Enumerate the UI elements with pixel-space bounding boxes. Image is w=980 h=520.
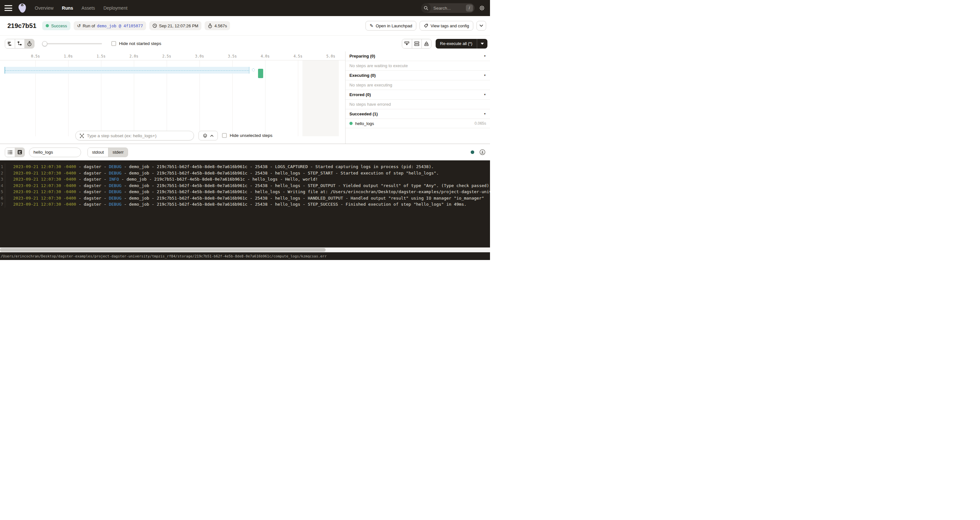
gantt-zoom-slider[interactable] [42, 41, 102, 46]
axis-tick-label: 4.0s [261, 54, 270, 59]
log-pane: hello_logs stdout stderr 12023-09-21 12:… [0, 144, 490, 260]
section-succeeded-header[interactable]: Succeeded (1)▼ [345, 109, 490, 119]
search-placeholder: Search... [433, 6, 466, 11]
expand-panel-up-button[interactable] [422, 39, 431, 48]
status-badge: Success [42, 21, 70, 30]
scrollbar-thumb[interactable] [0, 248, 326, 252]
view-waterfall-button[interactable] [15, 39, 24, 48]
download-logs-button[interactable] [479, 149, 485, 155]
timestamp-pill: Sep 21, 12:07:26 PM [149, 21, 201, 30]
top-nav: Overview Runs Assets Deployment Search..… [0, 0, 490, 16]
hide-unselected-checkbox[interactable] [222, 133, 227, 138]
axis-tick-label: 0.5s [31, 54, 40, 59]
slider-handle[interactable] [42, 41, 47, 46]
dagster-app: Overview Runs Assets Deployment Search..… [0, 0, 490, 260]
clock-icon [153, 24, 157, 28]
run-actions-chevron-button[interactable] [476, 21, 486, 30]
step-status-panel: Preparing (0)▼ No steps are waiting to e… [345, 51, 490, 144]
gantt-pane: Hide not started steps Re-execute all (*… [0, 36, 490, 144]
dagster-logo-icon[interactable] [17, 3, 28, 14]
nav-item-runs[interactable]: Runs [62, 5, 73, 11]
nav-item-overview[interactable]: Overview [35, 5, 53, 11]
stream-tabs: stdout stderr [88, 147, 128, 157]
run-duration-band [5, 67, 249, 74]
after-run-region [302, 60, 339, 136]
run-of-prefix: Run of [83, 24, 95, 28]
axis-tick-label: 3.5s [228, 54, 237, 59]
axis-tick-label: 1.0s [64, 54, 73, 59]
axis-tick-label: 2.5s [162, 54, 171, 59]
log-view-mode-group [5, 147, 25, 157]
hamburger-menu-icon[interactable] [5, 5, 12, 11]
layers-icon [203, 133, 207, 138]
gantt-body [0, 60, 345, 136]
view-timed-button[interactable] [24, 39, 34, 48]
graph-query-toggle-button[interactable] [199, 131, 218, 140]
view-tags-config-button[interactable]: View tags and config [420, 21, 473, 30]
raw-logs-button[interactable] [15, 148, 24, 157]
gridline [298, 60, 298, 136]
live-indicator-dot [471, 151, 474, 154]
step-subset-placeholder: Type a step subset (ex: hello_logs+) [87, 133, 157, 138]
gridline [265, 60, 266, 136]
search-shortcut-badge: / [466, 5, 473, 11]
log-step-filter-input[interactable]: hello_logs [29, 147, 81, 157]
tab-stderr[interactable]: stderr [108, 148, 128, 157]
search-input[interactable]: Search... / [421, 3, 474, 13]
search-icon [421, 3, 431, 13]
log-view: 12023-09-21 12:07:30 -0400 - dagster - D… [0, 160, 490, 247]
caret-down-icon: ▼ [484, 74, 486, 77]
status-label: Success [51, 24, 67, 28]
axis-tick-label: 2.0s [129, 54, 138, 59]
step-marker-circle [252, 68, 255, 71]
horizontal-scrollbar[interactable] [0, 247, 490, 252]
history-icon: ↺ [77, 23, 81, 28]
caret-down-icon: ▼ [484, 55, 486, 57]
download-icon [479, 149, 485, 155]
reexecute-caret-button[interactable] [477, 39, 487, 49]
hide-unselected-checkline: Hide unselected steps [222, 133, 272, 138]
collapse-panel-down-button[interactable] [402, 39, 412, 48]
run-id-title: 219c7b51 [7, 22, 37, 30]
job-link[interactable]: demo_job @ 4f105077 [97, 24, 143, 28]
settings-gear-icon[interactable] [479, 5, 485, 11]
chevron-down-icon [479, 24, 483, 27]
log-line: 72023-09-21 12:07:30 -0400 - dagster - D… [0, 201, 490, 208]
log-file-path: /Users/erincochran/Desktop/dagster-examp… [0, 254, 326, 258]
step-subset-input[interactable]: Type a step subset (ex: hello_logs+) [75, 131, 194, 140]
section-errored-header[interactable]: Errored (0)▼ [345, 90, 490, 100]
succeeded-step-row[interactable]: hello_logs 0.065s [345, 119, 490, 128]
tag-icon [424, 24, 428, 28]
section-executing-empty: No steps are executing [345, 80, 490, 90]
log-line: 52023-09-21 12:07:30 -0400 - dagster - D… [0, 189, 490, 195]
section-preparing-header[interactable]: Preparing (0)▼ [345, 51, 490, 61]
panel-layout-group [402, 39, 431, 49]
open-in-launchpad-button[interactable]: ✎ Open in Launchpad [366, 21, 416, 30]
gantt-view-mode-group [5, 39, 34, 49]
split-panels-button[interactable] [412, 39, 422, 48]
axis-tick-label: 5.0s [326, 54, 335, 59]
gantt-axis: 0.5s1.0s1.5s2.0s2.5s3.0s3.5s4.0s4.5s5.0s [0, 53, 345, 60]
structured-logs-button[interactable] [5, 148, 15, 157]
view-flat-button[interactable] [5, 39, 15, 48]
gantt-chart: 0.5s1.0s1.5s2.0s2.5s3.0s3.5s4.0s4.5s5.0s… [0, 51, 345, 144]
hide-not-started-checkline: Hide not started steps [111, 41, 161, 46]
axis-tick-label: 4.5s [293, 54, 302, 59]
caret-down-icon: ▼ [484, 113, 486, 116]
stopwatch-icon [208, 24, 212, 28]
section-executing-header[interactable]: Executing (0)▼ [345, 71, 490, 80]
op-selector-icon [80, 133, 84, 138]
log-line: 42023-09-21 12:07:30 -0400 - dagster - D… [0, 182, 490, 189]
run-timestamp: Sep 21, 12:07:26 PM [159, 24, 198, 28]
gantt-step-bar-hello-logs[interactable] [258, 69, 263, 78]
gantt-bottom-controls: Type a step subset (ex: hello_logs+) Hid… [0, 129, 345, 144]
chevron-up-icon [210, 135, 214, 137]
log-line: 22023-09-21 12:07:30 -0400 - dagster - D… [0, 170, 490, 176]
run-duration: 4.567s [214, 24, 227, 28]
axis-tick-label: 3.0s [195, 54, 204, 59]
nav-item-assets[interactable]: Assets [81, 5, 95, 11]
nav-item-deployment[interactable]: Deployment [103, 5, 127, 11]
tab-stdout[interactable]: stdout [88, 148, 108, 157]
reexecute-all-button[interactable]: Re-execute all (*) [436, 39, 487, 49]
hide-not-started-checkbox[interactable] [111, 41, 116, 46]
